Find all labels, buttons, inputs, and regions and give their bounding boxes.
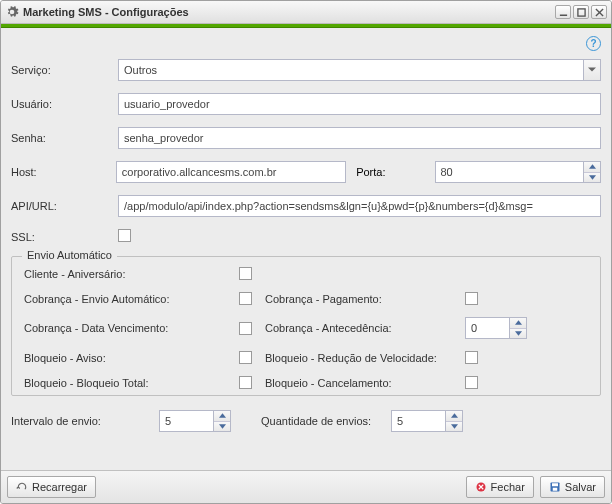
cobranca-datavenc-checkbox[interactable] — [239, 322, 252, 335]
intervalo-value[interactable]: 5 — [160, 411, 213, 431]
titlebar: Marketing SMS - Configurações — [1, 1, 611, 24]
spin-up-icon[interactable] — [446, 411, 462, 422]
spin-down-icon[interactable] — [584, 173, 600, 183]
save-icon — [549, 481, 561, 493]
porta-value[interactable]: 80 — [436, 162, 584, 182]
cancel-icon — [475, 481, 487, 493]
cobranca-pagamento-label: Cobrança - Pagamento: — [265, 293, 465, 305]
cobranca-envio-label: Cobrança - Envio Automático: — [24, 293, 239, 305]
window: Marketing SMS - Configurações ? Serviço:… — [0, 0, 612, 504]
intervalo-label: Intervalo de envio: — [11, 415, 159, 427]
fieldset-legend: Envio Automático — [22, 249, 117, 261]
help-icon[interactable]: ? — [586, 36, 601, 51]
button-label: Salvar — [565, 481, 596, 493]
quantidade-spinner[interactable]: 5 — [391, 410, 463, 432]
cliente-aniversario-checkbox[interactable] — [239, 267, 252, 280]
fechar-button[interactable]: Fechar — [466, 476, 534, 498]
gear-icon — [5, 5, 19, 19]
cobranca-pagamento-checkbox[interactable] — [465, 292, 478, 305]
bloqueio-cancelamento-checkbox[interactable] — [465, 376, 478, 389]
toolbar: Recarregar Fechar Salvar — [1, 470, 611, 503]
quantidade-label: Quantidade de envios: — [231, 415, 391, 427]
spin-down-icon[interactable] — [446, 422, 462, 432]
servico-label: Serviço: — [11, 64, 118, 76]
usuario-input[interactable]: usuario_provedor — [118, 93, 601, 115]
spin-down-icon[interactable] — [510, 329, 526, 339]
apiurl-label: API/URL: — [11, 200, 118, 212]
quantidade-value[interactable]: 5 — [392, 411, 445, 431]
button-label: Recarregar — [32, 481, 87, 493]
cliente-aniversario-label: Cliente - Aniversário: — [24, 268, 239, 280]
senha-input[interactable]: senha_provedor — [118, 127, 601, 149]
usuario-label: Usuário: — [11, 98, 118, 110]
spin-up-icon[interactable] — [584, 162, 600, 173]
svg-rect-6 — [552, 483, 558, 486]
close-button[interactable] — [591, 5, 607, 19]
button-label: Fechar — [491, 481, 525, 493]
refresh-icon — [16, 481, 28, 493]
bloqueio-reducao-checkbox[interactable] — [465, 351, 478, 364]
porta-spinner[interactable]: 80 — [435, 161, 602, 183]
maximize-button[interactable] — [573, 5, 589, 19]
salvar-button[interactable]: Salvar — [540, 476, 605, 498]
cobranca-antecedencia-spinner[interactable]: 0 — [465, 317, 527, 339]
apiurl-input[interactable]: /app/modulo/api/index.php?action=sendsms… — [118, 195, 601, 217]
servico-select[interactable]: Outros — [118, 59, 601, 81]
bloqueio-cancelamento-label: Bloqueio - Cancelamento: — [265, 377, 465, 389]
bloqueio-aviso-label: Bloqueio - Aviso: — [24, 352, 239, 364]
senha-label: Senha: — [11, 132, 118, 144]
porta-label: Porta: — [346, 166, 434, 178]
intervalo-spinner[interactable]: 5 — [159, 410, 231, 432]
bloqueio-reducao-label: Bloqueio - Redução de Velocidade: — [265, 352, 465, 364]
recarregar-button[interactable]: Recarregar — [7, 476, 96, 498]
bloqueio-total-label: Bloqueio - Bloqueio Total: — [24, 377, 239, 389]
minimize-button[interactable] — [555, 5, 571, 19]
ssl-label: SSL: — [11, 231, 118, 243]
spin-down-icon[interactable] — [214, 422, 230, 432]
cobranca-antecedencia-label: Cobrança - Antecedência: — [265, 322, 465, 334]
cobranca-antecedencia-value[interactable]: 0 — [466, 318, 509, 338]
host-input[interactable]: corporativo.allcancesms.com.br — [116, 161, 346, 183]
envio-automatico-fieldset: Envio Automático Cliente - Aniversário: … — [11, 256, 601, 396]
cobranca-datavenc-label: Cobrança - Data Vencimento: — [24, 322, 239, 334]
bloqueio-total-checkbox[interactable] — [239, 376, 252, 389]
servico-value: Outros — [124, 64, 157, 76]
svg-rect-1 — [577, 8, 584, 15]
chevron-down-icon[interactable] — [583, 60, 600, 80]
svg-rect-7 — [553, 488, 558, 491]
content: ? Serviço: Outros Usuário: usuario_prove… — [1, 28, 611, 503]
bloqueio-aviso-checkbox[interactable] — [239, 351, 252, 364]
ssl-checkbox[interactable] — [118, 229, 131, 242]
spin-up-icon[interactable] — [214, 411, 230, 422]
cobranca-envio-checkbox[interactable] — [239, 292, 252, 305]
host-label: Host: — [11, 166, 116, 178]
window-title: Marketing SMS - Configurações — [23, 6, 555, 18]
spin-up-icon[interactable] — [510, 318, 526, 329]
